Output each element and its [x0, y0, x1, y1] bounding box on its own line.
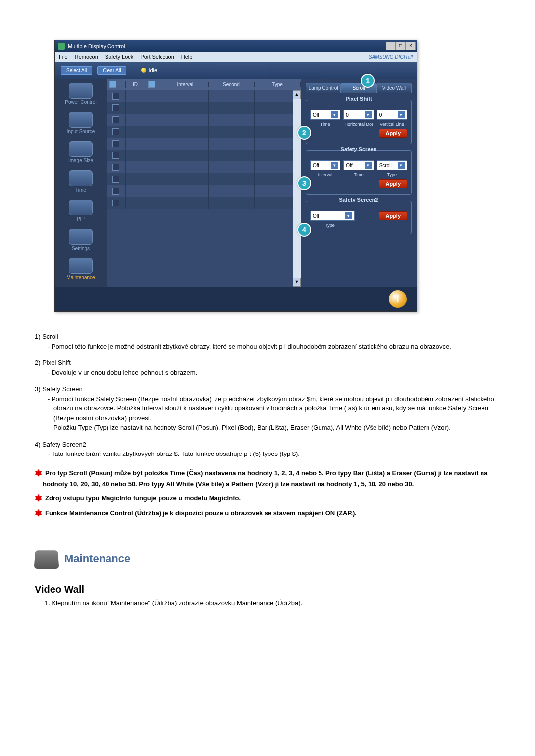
- sidebar-item-time[interactable]: Time: [57, 169, 105, 195]
- idle-dot-icon: [141, 68, 146, 73]
- row-checkbox[interactable]: [112, 116, 119, 123]
- col-type: Type: [255, 82, 301, 87]
- settings-icon: [69, 229, 93, 245]
- app-window: Multiple Display Control _ □ × File Remo…: [54, 40, 417, 312]
- sidebar-item-pip[interactable]: PIP: [57, 199, 105, 224]
- chevron-down-icon: ▾: [398, 162, 405, 169]
- subsection-title: Video Wall: [35, 584, 500, 595]
- table-row[interactable]: [107, 173, 301, 185]
- safetyscreen2-type-select[interactable]: Off▾: [310, 211, 355, 221]
- sidebar-item-power[interactable]: Power Control: [57, 82, 105, 107]
- menubar: File Remocon Safety Lock Port Selection …: [55, 52, 417, 62]
- close-button[interactable]: ×: [406, 42, 416, 50]
- right-panel: Lamp Control Scroll Video Wall 1 Pixel S…: [301, 79, 417, 287]
- row-checkbox[interactable]: [112, 200, 119, 206]
- safetyscreen-apply-button[interactable]: Apply: [379, 179, 407, 188]
- table-row[interactable]: [107, 102, 301, 114]
- row-checkbox[interactable]: [112, 93, 119, 100]
- table-row[interactable]: [107, 90, 301, 102]
- select-all-button[interactable]: Select All: [61, 66, 92, 75]
- chevron-down-icon: ▾: [365, 162, 372, 169]
- scroll-up-icon[interactable]: ▲: [293, 90, 301, 99]
- pixelshift-vline-select[interactable]: 0▾: [377, 110, 407, 120]
- table-row[interactable]: [107, 150, 301, 161]
- device-grid: ID Interval Second Type: [107, 79, 301, 287]
- group-title: Safety Screen: [338, 146, 380, 152]
- note-2: ✱Zdroj vstupu typu MagicInfo funguje pou…: [43, 491, 500, 504]
- panel-tabs: Lamp Control Scroll Video Wall 1: [306, 83, 412, 93]
- col-interval: Interval: [162, 82, 209, 87]
- sidebar-item-settings[interactable]: Settings: [57, 228, 105, 253]
- sidebar: Power Control Input Source Image Size Ti…: [55, 79, 107, 287]
- col-id: ID: [126, 82, 145, 87]
- safetyscreen-interval-select[interactable]: Off▾: [310, 160, 340, 170]
- warning-icon: !: [389, 290, 407, 308]
- col-second: Second: [209, 82, 255, 87]
- pixelshift-hdot-select[interactable]: 0▾: [343, 110, 374, 120]
- row-checkbox[interactable]: [112, 104, 119, 111]
- chevron-down-icon: ▾: [345, 212, 352, 219]
- maintenance-section-icon: [34, 550, 59, 569]
- group-title: Safety Screen2: [336, 197, 381, 202]
- header-checkbox[interactable]: [109, 81, 116, 88]
- pixelshift-apply-button[interactable]: Apply: [379, 129, 407, 138]
- safetyscreen-time-select[interactable]: Off▾: [343, 160, 374, 170]
- table-row[interactable]: [107, 197, 301, 209]
- row-checkbox[interactable]: [112, 164, 119, 171]
- table-row[interactable]: [107, 185, 301, 197]
- row-checkbox[interactable]: [112, 176, 119, 183]
- star-icon: ✱: [35, 508, 42, 518]
- callout-4: 4: [297, 223, 311, 237]
- group-title: Pixel Shift: [342, 96, 374, 101]
- menu-file[interactable]: File: [59, 54, 68, 60]
- sidebar-item-input[interactable]: Input Source: [57, 111, 105, 136]
- desc-3-title: 3) Safety Screen: [35, 384, 500, 394]
- idle-label: Idle: [148, 67, 157, 73]
- description-list: 1) Scroll - Pomocí této funkce je možné …: [35, 332, 500, 519]
- table-row[interactable]: [107, 114, 301, 126]
- chevron-down-icon: ▾: [365, 111, 372, 118]
- row-checkbox[interactable]: [112, 128, 119, 135]
- chevron-down-icon: ▾: [331, 111, 338, 118]
- brand-label: SAMSUNG DIGITall: [369, 54, 413, 60]
- safetyscreen-type-select[interactable]: Scroll▾: [377, 160, 407, 170]
- menu-help[interactable]: Help: [181, 54, 193, 60]
- minimize-button[interactable]: _: [386, 42, 396, 50]
- group-safety-screen2: Safety Screen2 Off▾ Apply Type 4: [306, 201, 412, 234]
- desc-1-text: - Pomocí této funkce je možné odstranit …: [35, 342, 500, 352]
- safetyscreen2-apply-button[interactable]: Apply: [379, 211, 407, 220]
- tab-video[interactable]: Video Wall: [376, 83, 412, 93]
- row-checkbox[interactable]: [112, 140, 119, 147]
- star-icon: ✱: [35, 493, 42, 503]
- table-row[interactable]: [107, 138, 301, 150]
- time-icon: [69, 170, 93, 186]
- section-header: Maintenance: [35, 549, 500, 569]
- tab-lamp[interactable]: Lamp Control: [306, 83, 341, 93]
- scroll-down-icon[interactable]: ▼: [293, 278, 301, 287]
- sidebar-item-maintenance[interactable]: Maintenance: [57, 257, 105, 282]
- window-title: Multiple Display Control: [68, 43, 125, 49]
- row-checkbox[interactable]: [112, 152, 119, 159]
- sidebar-item-imagesize[interactable]: Image Size: [57, 140, 105, 165]
- menu-remocon[interactable]: Remocon: [75, 54, 98, 60]
- table-row[interactable]: [107, 161, 301, 173]
- desc-2-title: 2) Pixel Shift: [35, 358, 500, 368]
- menu-port-selection[interactable]: Port Selection: [140, 54, 174, 60]
- app-icon: [58, 43, 65, 50]
- maximize-button[interactable]: □: [396, 42, 406, 50]
- idle-indicator: Idle: [141, 67, 157, 73]
- chevron-down-icon: ▾: [398, 111, 405, 118]
- input-icon: [69, 112, 93, 128]
- row-checkbox[interactable]: [112, 188, 119, 195]
- table-row[interactable]: [107, 126, 301, 138]
- group-safety-screen: Safety Screen Off▾ Off▾ Scroll▾ Interval…: [306, 150, 412, 195]
- clear-all-button[interactable]: Clear All: [97, 66, 126, 75]
- pip-icon: [69, 200, 93, 215]
- menu-safety-lock[interactable]: Safety Lock: [105, 54, 133, 60]
- desc-4-title: 4) Safety Screen2: [35, 440, 500, 450]
- callout-3: 3: [297, 176, 311, 190]
- desc-1-title: 1) Scroll: [35, 332, 500, 342]
- pixelshift-time-select[interactable]: Off▾: [310, 110, 340, 120]
- statusbar: !: [55, 287, 417, 311]
- header-checkbox2[interactable]: [148, 81, 155, 88]
